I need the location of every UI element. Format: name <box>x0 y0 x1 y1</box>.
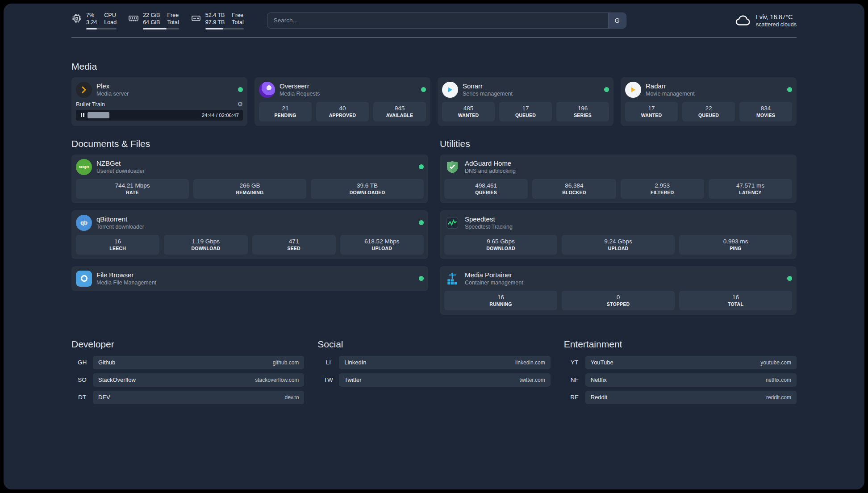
search-input[interactable] <box>267 17 608 24</box>
service-card-filebrowser[interactable]: File Browser Media File Management <box>71 266 428 291</box>
service-card-speedtest[interactable]: Speedtest Speedtest Tracking 9.65 GbpsDO… <box>440 210 797 259</box>
service-name: File Browser <box>96 271 156 279</box>
service-description: Media File Management <box>96 280 156 286</box>
service-card-plex[interactable]: Plex Media server Bullet Train ⚙ <box>71 77 247 126</box>
bookmark-twitter[interactable]: TW Twittertwitter.com <box>317 373 550 387</box>
weather-location: Lviv, 16.87°C <box>756 13 797 21</box>
service-card-adguard[interactable]: AdGuard Home DNS and adblocking 498,461Q… <box>440 155 797 203</box>
bookmark-linkedin[interactable]: LI LinkedInlinkedin.com <box>317 356 550 369</box>
bookmark-name: Reddit <box>591 394 608 401</box>
cpu-widget: 7% 3.24 CPU Load <box>71 12 117 29</box>
status-dot <box>238 87 243 92</box>
gear-icon[interactable]: ⚙ <box>237 101 243 107</box>
service-description: DNS and adblocking <box>465 168 516 174</box>
speedtest-icon <box>444 215 460 231</box>
status-dot <box>787 87 792 92</box>
stat-pending: 21PENDING <box>259 102 312 121</box>
section-media: Media Plex Media server <box>71 61 797 126</box>
weather-widget: Lviv, 16.87°C scattered clouds <box>734 12 797 29</box>
stat-leech: 16LEECH <box>76 235 159 255</box>
bookmark-name: Github <box>98 359 115 366</box>
bookmark-name: YouTube <box>591 359 613 366</box>
bookmark-url: linkedin.com <box>515 359 545 366</box>
stat-seed: 471SEED <box>252 235 336 255</box>
cpu-progress-bar <box>86 28 117 29</box>
stat-download: 9.65 GbpsDOWNLOAD <box>444 235 557 255</box>
service-card-radarr[interactable]: Radarr Movie management 17WANTED 22QUEUE… <box>621 77 797 126</box>
service-card-sonarr[interactable]: Sonarr Series management 485WANTED 17QUE… <box>438 77 613 126</box>
service-description: Media Requests <box>280 91 320 97</box>
section-title-developer: Developer <box>71 339 304 350</box>
service-card-nzbget[interactable]: nzbget NZBGet Usenet downloader 744.21 M… <box>71 155 428 203</box>
stat-approved: 40APPROVED <box>316 102 369 121</box>
bookmark-dev[interactable]: DT DEVdev.to <box>71 391 304 404</box>
service-description: Torrent downloader <box>96 224 144 230</box>
bookmark-name: Twitter <box>344 376 361 383</box>
service-name: Media Portainer <box>465 271 523 279</box>
stat-upload: 618.52 MbpsUPLOAD <box>340 235 424 255</box>
cpu-percent: 7% <box>86 12 97 19</box>
service-card-portainer[interactable]: Media Portainer Container management 16R… <box>440 266 797 315</box>
section-utilities: Utilities AdGuard Home DNS and adblockin… <box>440 138 797 315</box>
adguard-icon <box>444 159 460 175</box>
bookmark-name: Netflix <box>591 376 607 383</box>
qbittorrent-icon: qb <box>76 215 92 231</box>
service-description: Container management <box>465 280 523 286</box>
dashboard-panel: 7% 3.24 CPU Load <box>4 4 864 489</box>
disk-total-value: 97.9 TB <box>205 19 225 26</box>
disk-free-value: 52.4 TB <box>205 12 225 19</box>
bookmark-reddit[interactable]: RE Redditreddit.com <box>564 391 797 404</box>
bookmark-abbr: DT <box>71 394 93 401</box>
service-description: Media server <box>96 91 129 97</box>
cpu-load-value: 3.24 <box>86 19 97 26</box>
stat-stopped: 0STOPPED <box>562 291 675 310</box>
stat-total: 16TOTAL <box>679 291 792 310</box>
filebrowser-icon <box>76 271 92 287</box>
service-name: Speedtest <box>465 215 513 223</box>
service-name: Overseerr <box>280 82 320 90</box>
stat-ping: 0.993 msPING <box>679 235 792 255</box>
stat-filtered: 2,953FILTERED <box>621 179 704 199</box>
playback-bar: 24:44 / 02:06:47 <box>76 110 243 121</box>
playback-progress-track <box>88 112 200 118</box>
bookmark-url: dev.to <box>285 394 299 401</box>
service-card-overseerr[interactable]: Overseerr Media Requests 21PENDING 40APP… <box>255 77 430 126</box>
service-name: Plex <box>96 82 129 90</box>
service-card-qbittorrent[interactable]: qb qBittorrent Torrent downloader 16LEEC… <box>71 210 428 259</box>
service-description: Series management <box>463 91 513 97</box>
status-dot <box>421 87 426 92</box>
bookmark-url: github.com <box>273 359 299 366</box>
stat-series: 196SERIES <box>556 102 609 121</box>
status-dot <box>419 164 424 169</box>
section-title-documents: Documents & Files <box>71 138 428 149</box>
pause-button[interactable] <box>78 113 88 118</box>
status-dot <box>604 87 609 92</box>
cpu-label: CPU <box>104 12 117 19</box>
bookmark-stackoverflow[interactable]: SO StackOverflowstackoverflow.com <box>71 373 304 387</box>
bookmark-youtube[interactable]: YT YouTubeyoutube.com <box>564 356 797 369</box>
bookmark-url: youtube.com <box>760 359 791 366</box>
stat-running: 16RUNNING <box>444 291 557 310</box>
bookmark-url: reddit.com <box>766 394 791 401</box>
stat-downloaded: 39.6 TBDOWNLOADED <box>311 179 424 199</box>
stat-queued: 17QUEUED <box>499 102 552 121</box>
portainer-icon <box>444 271 460 287</box>
section-title-entertainment: Entertainment <box>564 339 797 350</box>
bookmark-name: LinkedIn <box>344 359 366 366</box>
status-dot <box>419 276 424 281</box>
bookmark-abbr: GH <box>71 359 93 366</box>
bookmark-github[interactable]: GH Githubgithub.com <box>71 356 304 369</box>
stat-remaining: 266 GBREMAINING <box>193 179 306 199</box>
bookmark-netflix[interactable]: NF Netflixnetflix.com <box>564 373 797 387</box>
memory-progress-bar <box>143 28 179 29</box>
bookmark-name: DEV <box>98 394 110 401</box>
stat-upload: 9.24 GbpsUPLOAD <box>562 235 675 255</box>
search-provider-button[interactable]: G <box>608 13 626 28</box>
sonarr-icon <box>442 82 458 98</box>
memory-free-label: Free <box>167 12 179 19</box>
bookmark-abbr: YT <box>564 359 585 366</box>
bookmark-abbr: SO <box>71 376 93 383</box>
search-bar[interactable]: G <box>267 13 626 29</box>
section-title-media: Media <box>71 61 797 72</box>
disk-progress-bar <box>205 28 244 29</box>
